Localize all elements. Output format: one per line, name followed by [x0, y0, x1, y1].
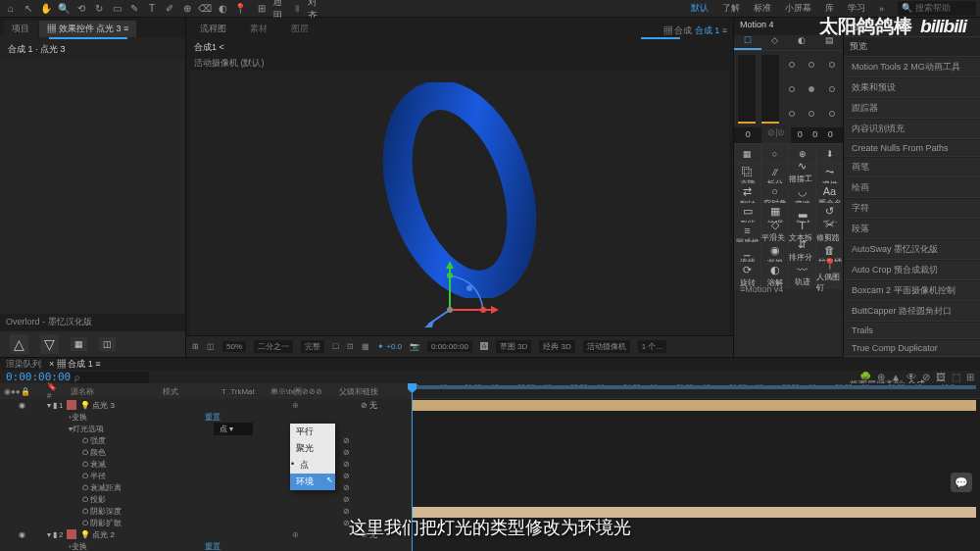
- tab-render-queue[interactable]: 渲染队列: [6, 358, 41, 371]
- tool-orbit[interactable]: ⟲: [74, 2, 88, 16]
- 3d-gizmo[interactable]: [420, 261, 499, 329]
- camera-dropdown[interactable]: 活动摄像机: [583, 340, 630, 353]
- tool-zoom[interactable]: 🔍: [57, 2, 71, 16]
- snapshot-icon[interactable]: 📷: [410, 342, 419, 351]
- tl-icon-6[interactable]: 🖾: [936, 372, 946, 382]
- tool-hand[interactable]: ✋: [39, 2, 53, 16]
- motion-link-icon[interactable]: ⊘|⊘: [761, 127, 791, 143]
- prop-半径[interactable]: Ö 半径⊘: [0, 470, 412, 481]
- panel-画笔[interactable]: 画笔: [844, 157, 980, 176]
- motion-action-2[interactable]: ○: [761, 144, 789, 163]
- overlord-tool-1[interactable]: △: [10, 334, 28, 354]
- light-option-ambient[interactable]: 环境↖: [290, 474, 335, 490]
- viewport[interactable]: ✺: [190, 71, 729, 335]
- effects-icon[interactable]: ✦ +0.0: [377, 342, 402, 351]
- resolution-dropdown[interactable]: 二分之一: [254, 340, 293, 353]
- tl-icon-3[interactable]: ▲: [891, 372, 901, 382]
- motion-tab-2[interactable]: ◇: [761, 35, 789, 50]
- anchor-grid[interactable]: [785, 55, 839, 124]
- 3d-icon[interactable]: 🅰: [480, 342, 488, 351]
- transform-group-2[interactable]: › 变换重置: [0, 540, 412, 551]
- panel-AutoSway 墨忆汉化版[interactable]: AutoSway 墨忆汉化版: [844, 239, 980, 259]
- panel-绘画[interactable]: 绘画: [844, 177, 980, 197]
- workspace-standard[interactable]: 标准: [754, 2, 771, 15]
- tool-text[interactable]: T: [145, 2, 159, 16]
- grid-icon[interactable]: ⊞: [192, 342, 199, 351]
- light-option-point[interactable]: 点: [290, 457, 335, 474]
- timeline-search[interactable]: ρ: [71, 372, 149, 383]
- layer-row-1[interactable]: ◉▾ ▮ 1 💡 点光 3 ⊕ ⊘ 无: [0, 399, 412, 411]
- prop-衰减距离[interactable]: Ö 衰减距离⊘: [0, 481, 412, 493]
- tool-brush[interactable]: ✐: [163, 2, 176, 16]
- panel-True Comp Duplicator[interactable]: True Comp Duplicator: [844, 339, 980, 356]
- tl-icon-1[interactable]: 🌳: [859, 372, 871, 382]
- zoom-dropdown[interactable]: 50%: [222, 341, 246, 352]
- preview-panel-header[interactable]: 预览: [844, 37, 980, 56]
- panel-Boxcam 2 平面摄像机控制[interactable]: Boxcam 2 平面摄像机控制: [844, 280, 980, 300]
- time-display[interactable]: 0:00:00:00: [427, 341, 472, 352]
- snap-general[interactable]: 通用: [272, 2, 286, 16]
- tl-icon-4[interactable]: 👁: [906, 372, 916, 382]
- workspace-small[interactable]: 小屏幕: [785, 2, 811, 15]
- motion-val-left[interactable]: 0: [734, 127, 761, 143]
- tab-effect-controls[interactable]: ▦ 效果控件 点光 3 ≡: [39, 21, 136, 37]
- panel-Motion Tools 2 MG动画工具[interactable]: Motion Tools 2 MG动画工具: [844, 57, 980, 76]
- overlord-tool-2[interactable]: ▽: [40, 334, 59, 354]
- panel-效果和预设[interactable]: 效果和预设: [844, 77, 980, 97]
- prop-衰减[interactable]: Ö 衰减⊘: [0, 458, 412, 470]
- motion-action-1[interactable]: ▦: [734, 144, 761, 163]
- tool-rotate[interactable]: ↻: [92, 2, 106, 16]
- panel-字符[interactable]: 字符: [844, 198, 980, 218]
- workspace-default[interactable]: 默认: [691, 2, 709, 15]
- tool-roto[interactable]: ◐: [216, 2, 229, 16]
- tab-project[interactable]: 项目: [4, 21, 37, 37]
- motion-val-right[interactable]: 0 0 0: [791, 127, 843, 143]
- motion-slider-1[interactable]: [738, 55, 756, 124]
- panel-段落[interactable]: 段落: [844, 219, 980, 238]
- overlord-tool-3[interactable]: ▦: [71, 337, 87, 351]
- draft-3d[interactable]: 草图 3D: [496, 340, 531, 353]
- snap-align[interactable]: 对齐: [308, 2, 321, 16]
- alpha-icon[interactable]: ⊡: [347, 342, 354, 351]
- prop-投影[interactable]: Ö 投影⊘: [0, 493, 412, 505]
- tool-arrow[interactable]: ↖: [22, 2, 35, 16]
- full-button[interactable]: 完整: [301, 340, 324, 353]
- panel-Auto Crop 预合成裁切[interactable]: Auto Crop 预合成裁切: [844, 260, 980, 279]
- overlord-tool-4[interactable]: ◫: [99, 337, 116, 351]
- tool-pin[interactable]: 📍: [233, 2, 247, 16]
- panel-跟踪器[interactable]: 跟踪器: [844, 98, 980, 118]
- tab-footage[interactable]: 素材: [242, 21, 275, 37]
- light-option-spot[interactable]: 聚光: [290, 440, 335, 457]
- tool-pen[interactable]: ✎: [127, 2, 141, 16]
- workspace-learn[interactable]: 了解: [722, 2, 740, 15]
- tool-rect[interactable]: ▭: [110, 2, 123, 16]
- panel-ButtCapper 路径圆角封口[interactable]: ButtCapper 路径圆角封口: [844, 301, 980, 321]
- tab-comp-timeline[interactable]: × ▦ 合成 1 ≡: [49, 358, 101, 371]
- light-options-group[interactable]: ▾ 灯光选项点 ▾: [0, 423, 412, 434]
- tool-eraser[interactable]: ⌫: [198, 2, 212, 16]
- panel-内容识别填充[interactable]: 内容识别填充: [844, 119, 980, 138]
- views-dropdown[interactable]: 1 个...: [638, 340, 666, 353]
- tl-icon-7[interactable]: ⬚: [952, 372, 960, 382]
- home-icon[interactable]: ⌂: [4, 2, 18, 16]
- tool-stamp[interactable]: ⊕: [180, 2, 194, 16]
- renderer-dropdown[interactable]: 经典 3D: [539, 340, 574, 353]
- transform-group[interactable]: › 变换重置: [0, 411, 412, 423]
- snap-icon[interactable]: ⊞: [255, 2, 269, 16]
- fx-icon[interactable]: ☐: [332, 342, 339, 351]
- motion-action-4[interactable]: ⬇: [816, 144, 843, 163]
- motion-tab-1[interactable]: ☐: [734, 35, 761, 50]
- tab-flowchart[interactable]: 流程图: [192, 21, 234, 37]
- panel-Create Nulls From Paths[interactable]: Create Nulls From Paths: [844, 139, 980, 156]
- mask-icon[interactable]: ◫: [207, 342, 215, 351]
- prop-颜色[interactable]: Ö 颜色⊘: [0, 446, 412, 458]
- guide-icon[interactable]: ▦: [362, 342, 369, 351]
- align-icon[interactable]: ⫴: [290, 2, 304, 16]
- prop-强度[interactable]: Ö 强度⊘: [0, 434, 412, 446]
- tl-icon-8[interactable]: ⊞: [966, 372, 974, 382]
- panel-Trails[interactable]: Trails: [844, 322, 980, 338]
- tab-layer[interactable]: 图层: [283, 21, 317, 37]
- tl-icon-5[interactable]: ⊘: [922, 372, 930, 382]
- workspace-more[interactable]: »: [879, 4, 884, 14]
- motion-tab-3[interactable]: ◐: [789, 35, 816, 50]
